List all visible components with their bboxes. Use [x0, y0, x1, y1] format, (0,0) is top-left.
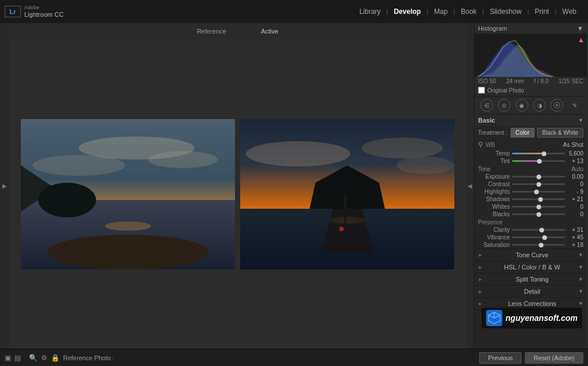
histogram-header[interactable]: Histogram ▼ — [475, 23, 587, 34]
tint-slider[interactable] — [512, 160, 565, 162]
whites-value: 0 — [567, 204, 583, 210]
detail-section[interactable]: ► Detail ▼ — [475, 286, 587, 298]
hsl-label: HSL / Color / B & W — [486, 264, 578, 271]
hsl-arrow-icon: ▼ — [578, 264, 583, 270]
crop-tool[interactable]: ⋲ — [480, 99, 493, 112]
contrast-value: 0 — [567, 181, 583, 187]
tone-curve-label: Tone Curve — [486, 252, 578, 258]
reference-photo[interactable] — [21, 119, 235, 269]
svg-point-13 — [362, 138, 443, 158]
reference-photo-container — [21, 119, 236, 269]
whites-slider[interactable] — [512, 206, 565, 208]
exposure-slider-row: Exposure 0.00 — [475, 173, 587, 180]
eyedropper-icon[interactable]: ⚲ — [478, 141, 483, 149]
active-photo[interactable] — [240, 119, 454, 269]
filmstrip-icon[interactable]: ▤ — [14, 354, 21, 362]
tone-curve-bullet: ► — [478, 253, 483, 258]
settings-icon[interactable]: ⚙ — [41, 354, 47, 362]
svg-point-8 — [47, 235, 209, 269]
watermark-text: nguyenansoft.com — [506, 313, 578, 323]
shadows-value: + 21 — [567, 196, 583, 202]
blacks-slider[interactable] — [512, 213, 565, 215]
nav-develop[interactable]: Develop — [388, 5, 427, 18]
previous-btn[interactable]: Previous — [479, 352, 521, 364]
bw-btn[interactable]: Black & White — [537, 128, 583, 138]
adjustment-brush-tool[interactable]: ✎ — [568, 99, 581, 112]
split-toning-bullet: ► — [478, 277, 483, 282]
watermark: nguyenansoft.com — [482, 308, 582, 328]
contrast-slider[interactable] — [512, 183, 565, 185]
iso-value: ISO 50 — [478, 78, 496, 84]
clarity-slider[interactable] — [512, 229, 565, 231]
svg-point-12 — [246, 141, 350, 167]
blacks-value: 0 — [567, 211, 583, 217]
vibrance-value: + 45 — [567, 234, 583, 241]
app-name: Lightroom CC — [24, 11, 64, 19]
photos-area — [9, 39, 466, 349]
saturation-value: + 18 — [567, 242, 583, 248]
radial-filter-tool[interactable]: ☉ — [550, 99, 563, 112]
lr-text: Lr — [10, 8, 16, 15]
graduated-filter-tool[interactable]: ◑ — [533, 99, 546, 112]
original-photo-label: Original Photo — [487, 87, 524, 94]
presence-label: Presence — [478, 219, 502, 225]
nav-book[interactable]: Book — [455, 5, 482, 18]
hsl-section[interactable]: ► HSL / Color / B & W ▼ — [475, 261, 587, 273]
blacks-label: Blacks — [478, 211, 510, 217]
whites-label: Whites — [478, 204, 510, 210]
split-toning-section[interactable]: ► Split Toning ▼ — [475, 273, 587, 286]
clipping-warning-icon[interactable]: ▲ — [578, 36, 585, 44]
right-panel-toggle[interactable]: ◀ — [466, 23, 474, 349]
tone-label: Tone — [478, 166, 491, 172]
temp-slider[interactable] — [512, 153, 565, 154]
nav-map[interactable]: Map — [428, 5, 453, 18]
svg-point-7 — [105, 221, 151, 231]
treatment-label: Treatment : — [478, 130, 508, 136]
view-mode-icon[interactable]: ▣ — [5, 354, 11, 362]
clarity-label: Clarity — [478, 227, 510, 233]
basic-section-header[interactable]: Basic ▼ — [475, 114, 587, 126]
histogram-arrow-icon: ▼ — [577, 25, 583, 32]
tab-reference[interactable]: Reference — [197, 28, 226, 35]
tint-label: Tint — [478, 158, 510, 164]
wb-value: As Shot — [563, 142, 583, 148]
histogram-canvas: ▲ — [475, 34, 587, 77]
lens-corrections-bullet: ► — [478, 301, 483, 306]
contrast-slider-row: Contrast 0 — [475, 180, 587, 188]
highlights-slider-row: Highlights - 9 — [475, 188, 587, 195]
color-btn[interactable]: Color — [510, 128, 535, 138]
tone-curve-arrow-icon: ▼ — [578, 252, 583, 258]
nav-print[interactable]: Print — [529, 5, 555, 18]
aperture-value: f / 8.0 — [534, 78, 549, 84]
hsl-bullet: ► — [478, 265, 483, 270]
nav-library[interactable]: Library — [354, 5, 387, 18]
lens-corrections-label: Lens Corrections — [486, 300, 578, 307]
nav-web[interactable]: Web — [557, 5, 582, 18]
tab-active[interactable]: Active — [261, 28, 278, 35]
nav-slideshow[interactable]: Slideshow — [484, 5, 527, 18]
ref-photo-label: Reference Photo : — [63, 354, 115, 361]
reset-btn[interactable]: Reset (Adobe) — [525, 352, 583, 364]
original-photo-checkbox[interactable] — [478, 87, 485, 94]
highlights-slider[interactable] — [512, 191, 565, 193]
auto-btn[interactable]: Auto — [571, 166, 583, 172]
contrast-label: Contrast — [478, 181, 510, 187]
redeye-tool[interactable]: ◉ — [516, 99, 528, 112]
zoom-icon[interactable]: 🔍 — [29, 354, 38, 362]
focal-value: 24 mm — [506, 78, 524, 84]
vibrance-slider[interactable] — [512, 236, 565, 238]
spot-removal-tool[interactable]: ⊙ — [498, 99, 510, 112]
exposure-slider[interactable] — [512, 176, 565, 178]
saturation-slider[interactable] — [512, 244, 565, 246]
original-photo-row: Original Photo — [475, 86, 587, 96]
active-photo-svg — [240, 119, 454, 269]
blacks-slider-row: Blacks 0 — [475, 210, 587, 218]
tint-value: + 13 — [567, 158, 583, 164]
svg-point-20 — [339, 227, 344, 231]
bottom-left: ▣ ▤ 🔍 ⚙ 🔒 Reference Photo : — [5, 354, 115, 362]
left-panel-toggle[interactable]: ▶ — [0, 23, 9, 349]
tone-curve-section[interactable]: ► Tone Curve ▼ — [475, 249, 587, 261]
top-bar: Lr Adobe Lightroom CC Library | Develop … — [0, 0, 588, 23]
nav-menu: Library | Develop | Map | Book | Slidesh… — [354, 5, 588, 18]
shadows-slider[interactable] — [512, 198, 565, 200]
